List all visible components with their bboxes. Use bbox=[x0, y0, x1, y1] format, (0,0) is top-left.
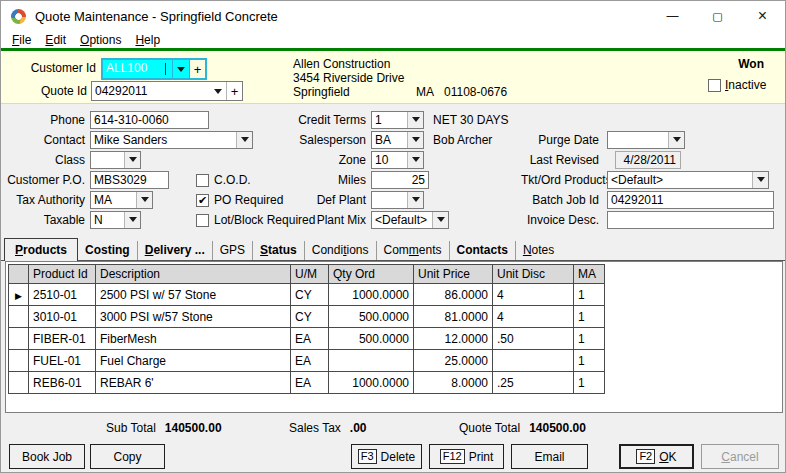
tab-products[interactable]: Products bbox=[4, 238, 78, 261]
cell-unit-price[interactable]: 86.0000 bbox=[414, 284, 493, 306]
phone-input[interactable]: 614-310-0060 bbox=[90, 111, 209, 129]
cell-product-id[interactable]: REB6-01 bbox=[29, 372, 96, 394]
copy-button[interactable]: Copy bbox=[90, 444, 165, 469]
tab-contacts[interactable]: Contacts bbox=[449, 241, 515, 260]
plant-mix-combo[interactable]: <Default> bbox=[371, 211, 449, 229]
miles-input[interactable]: 25 bbox=[371, 171, 429, 189]
cell-product-id[interactable]: 2510-01 bbox=[29, 284, 96, 306]
cell-description[interactable]: 2500 PSI w/ 57 Stone bbox=[96, 284, 291, 306]
dropdown-icon[interactable] bbox=[124, 152, 140, 168]
c-o-d-checkbox[interactable]: C.O.D. bbox=[196, 173, 251, 187]
ok-button[interactable]: F2OK bbox=[619, 444, 694, 469]
cell-ma[interactable]: 1 bbox=[574, 284, 605, 306]
cell-product-id[interactable]: 3010-01 bbox=[29, 306, 96, 328]
def-plant-combo[interactable] bbox=[371, 191, 424, 209]
cell-qty-ord[interactable]: 1000.0000 bbox=[329, 372, 414, 394]
cell-unit-price[interactable]: 8.0000 bbox=[414, 372, 493, 394]
dropdown-icon[interactable] bbox=[407, 152, 423, 168]
inactive-checkbox-box[interactable] bbox=[708, 79, 721, 92]
quote-id-value[interactable]: 04292011 bbox=[92, 82, 209, 100]
tab-gps[interactable]: GPS bbox=[212, 241, 252, 260]
row-selector-cell[interactable] bbox=[9, 350, 29, 372]
quote-id-combo[interactable]: 04292011 + bbox=[91, 81, 243, 101]
print-button[interactable]: F12Print bbox=[429, 444, 504, 469]
customer-id-value[interactable]: ALL100 bbox=[103, 60, 165, 78]
cell-unit-disc[interactable]: .50 bbox=[493, 328, 574, 350]
dropdown-icon[interactable] bbox=[752, 172, 768, 188]
menu-help[interactable]: Help bbox=[128, 33, 167, 47]
cell-u-m[interactable]: CY bbox=[291, 306, 329, 328]
cell-description[interactable]: 3000 PSI w/57 Stone bbox=[96, 306, 291, 328]
quote-id-dropdown-icon[interactable] bbox=[209, 82, 226, 100]
delete-button[interactable]: F3Delete bbox=[351, 444, 422, 469]
row-selector-cell[interactable] bbox=[9, 372, 29, 394]
cell-qty-ord[interactable]: 1000.0000 bbox=[329, 284, 414, 306]
po-required-checkbox[interactable]: ✔PO Required bbox=[196, 193, 283, 207]
zone-combo[interactable]: 10 bbox=[371, 151, 424, 169]
checkbox-box[interactable] bbox=[196, 214, 209, 227]
cell-unit-price[interactable]: 12.0000 bbox=[414, 328, 493, 350]
cell-u-m[interactable]: EA bbox=[291, 350, 329, 372]
close-icon[interactable]: × bbox=[740, 1, 785, 31]
cell-qty-ord[interactable]: 500.0000 bbox=[329, 328, 414, 350]
taxable-combo[interactable]: N bbox=[90, 211, 141, 229]
class-combo[interactable] bbox=[90, 151, 141, 169]
cell-ma[interactable]: 1 bbox=[574, 306, 605, 328]
purge-date-combo[interactable] bbox=[607, 131, 685, 149]
quote-id-add-button[interactable]: + bbox=[226, 82, 242, 100]
table-row[interactable]: FIBER-01FiberMeshEA500.000012.0000.501 bbox=[9, 328, 605, 350]
dropdown-icon[interactable] bbox=[668, 132, 684, 148]
cell-qty-ord[interactable] bbox=[329, 350, 414, 372]
tab-notes[interactable]: Notes bbox=[515, 241, 561, 260]
cell-qty-ord[interactable]: 500.0000 bbox=[329, 306, 414, 328]
tab-conditions[interactable]: Conditions bbox=[304, 241, 376, 260]
dropdown-icon[interactable] bbox=[124, 212, 140, 228]
maximize-icon[interactable]: ▢ bbox=[695, 1, 740, 31]
checkbox-box[interactable]: ✔ bbox=[196, 194, 209, 207]
row-selector-cell[interactable]: ▶ bbox=[9, 284, 29, 306]
table-row[interactable]: REB6-01REBAR 6'EA1000.00008.0000.251 bbox=[9, 372, 605, 394]
tax-authority-combo[interactable]: MA bbox=[90, 191, 153, 209]
menu-edit[interactable]: Edit bbox=[38, 33, 73, 47]
cell-product-id[interactable]: FUEL-01 bbox=[29, 350, 96, 372]
cell-product-id[interactable]: FIBER-01 bbox=[29, 328, 96, 350]
tab-delivery[interactable]: Delivery ... bbox=[137, 241, 212, 260]
cell-description[interactable]: FiberMesh bbox=[96, 328, 291, 350]
book-job-button[interactable]: Book Job bbox=[9, 444, 85, 469]
email-button[interactable]: Email bbox=[511, 444, 588, 469]
cancel-button[interactable]: Cancel bbox=[701, 444, 779, 469]
dropdown-icon[interactable] bbox=[407, 192, 423, 208]
dropdown-icon[interactable] bbox=[136, 192, 152, 208]
tab-costing[interactable]: Costing bbox=[78, 241, 137, 260]
table-row[interactable]: FUEL-01Fuel ChargeEA25.00001 bbox=[9, 350, 605, 372]
tkt-ord-products-combo[interactable]: <Default> bbox=[607, 171, 769, 189]
salesperson-combo[interactable]: BA bbox=[371, 131, 424, 149]
dropdown-icon[interactable] bbox=[236, 132, 252, 148]
cell-ma[interactable]: 1 bbox=[574, 372, 605, 394]
tab-status[interactable]: Status bbox=[252, 241, 304, 260]
cell-ma[interactable]: 1 bbox=[574, 328, 605, 350]
cell-description[interactable]: Fuel Charge bbox=[96, 350, 291, 372]
checkbox-box[interactable] bbox=[196, 174, 209, 187]
row-selector-cell[interactable] bbox=[9, 328, 29, 350]
customer-id-dropdown-icon[interactable] bbox=[172, 60, 189, 78]
minimize-icon[interactable]: — bbox=[650, 1, 695, 31]
cell-unit-disc[interactable]: 4 bbox=[493, 284, 574, 306]
invoice-desc-input[interactable] bbox=[607, 211, 774, 229]
cell-unit-disc[interactable] bbox=[493, 350, 574, 372]
customer-p-o-input[interactable]: MBS3029 bbox=[90, 171, 169, 189]
customer-id-add-button[interactable]: + bbox=[189, 60, 205, 78]
dropdown-icon[interactable] bbox=[407, 132, 423, 148]
cell-unit-disc[interactable]: .25 bbox=[493, 372, 574, 394]
tab-comments[interactable]: Comments bbox=[376, 241, 449, 260]
cell-u-m[interactable]: EA bbox=[291, 328, 329, 350]
cell-u-m[interactable]: CY bbox=[291, 284, 329, 306]
cell-unit-price[interactable]: 81.0000 bbox=[414, 306, 493, 328]
row-selector-cell[interactable] bbox=[9, 306, 29, 328]
dropdown-icon[interactable] bbox=[432, 212, 448, 228]
cell-u-m[interactable]: EA bbox=[291, 372, 329, 394]
table-row[interactable]: 3010-013000 PSI w/57 StoneCY500.000081.0… bbox=[9, 306, 605, 328]
inactive-checkbox[interactable]: Inactive bbox=[708, 78, 766, 92]
table-row[interactable]: ▶2510-012500 PSI w/ 57 StoneCY1000.00008… bbox=[9, 284, 605, 306]
batch-job-id-input[interactable]: 04292011 bbox=[607, 191, 774, 209]
